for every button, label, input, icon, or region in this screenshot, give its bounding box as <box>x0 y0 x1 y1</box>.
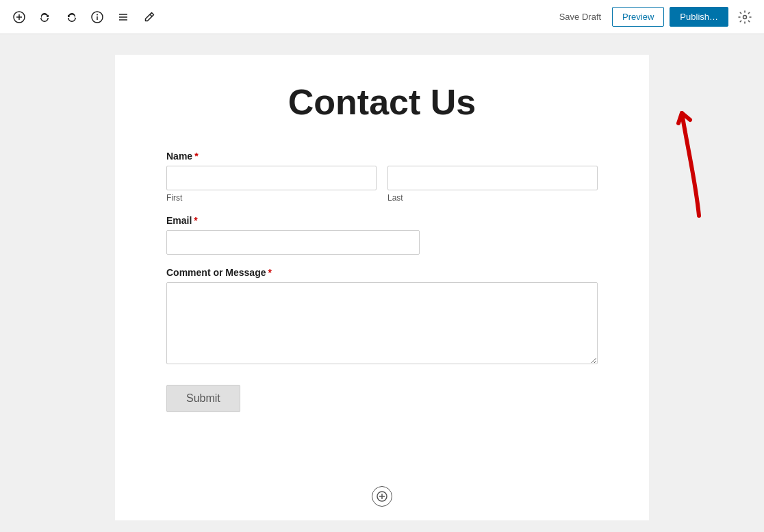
toolbar-left <box>8 6 554 28</box>
last-name-input[interactable] <box>387 166 598 190</box>
svg-line-9 <box>150 14 152 16</box>
first-name-input[interactable] <box>166 166 377 190</box>
settings-button[interactable] <box>734 6 756 28</box>
name-row: First Last <box>166 166 598 203</box>
page-canvas: Contact Us Name* First Last <box>115 55 649 520</box>
message-form-group: Comment or Message* <box>166 267 598 367</box>
toolbar-right: Save Draft Preview Publish… <box>554 6 756 28</box>
publish-button[interactable]: Publish… <box>670 7 728 27</box>
svg-point-5 <box>97 14 98 15</box>
email-label: Email* <box>166 215 598 226</box>
page-title: Contact Us <box>142 82 622 123</box>
name-label: Name* <box>166 151 598 162</box>
email-input[interactable] <box>166 230 420 255</box>
main-content: Contact Us Name* First Last <box>0 34 764 532</box>
first-name-field: First <box>166 166 377 203</box>
add-block-icon[interactable] <box>8 6 30 28</box>
save-draft-button[interactable]: Save Draft <box>554 8 607 26</box>
redo-icon[interactable] <box>60 6 82 28</box>
svg-point-10 <box>743 15 747 18</box>
preview-button[interactable]: Preview <box>612 7 664 27</box>
contact-form: Name* First Last Email* <box>166 151 598 412</box>
email-form-group: Email* <box>166 215 598 255</box>
message-required: * <box>268 267 271 278</box>
red-arrow-annotation <box>641 72 723 223</box>
edit-icon[interactable] <box>138 6 160 28</box>
list-icon[interactable] <box>112 6 134 28</box>
last-name-sublabel: Last <box>387 193 598 203</box>
message-input[interactable] <box>166 282 598 364</box>
submit-button[interactable]: Submit <box>166 385 240 412</box>
name-required: * <box>194 151 198 162</box>
last-name-field: Last <box>387 166 598 203</box>
add-block-bottom-button[interactable] <box>372 486 392 507</box>
toolbar: Save Draft Preview Publish… <box>0 0 764 34</box>
email-required: * <box>194 215 197 226</box>
undo-icon[interactable] <box>34 6 56 28</box>
name-form-group: Name* First Last <box>166 151 598 203</box>
first-name-sublabel: First <box>166 193 377 203</box>
message-label: Comment or Message* <box>166 267 598 278</box>
info-icon[interactable] <box>86 6 108 28</box>
